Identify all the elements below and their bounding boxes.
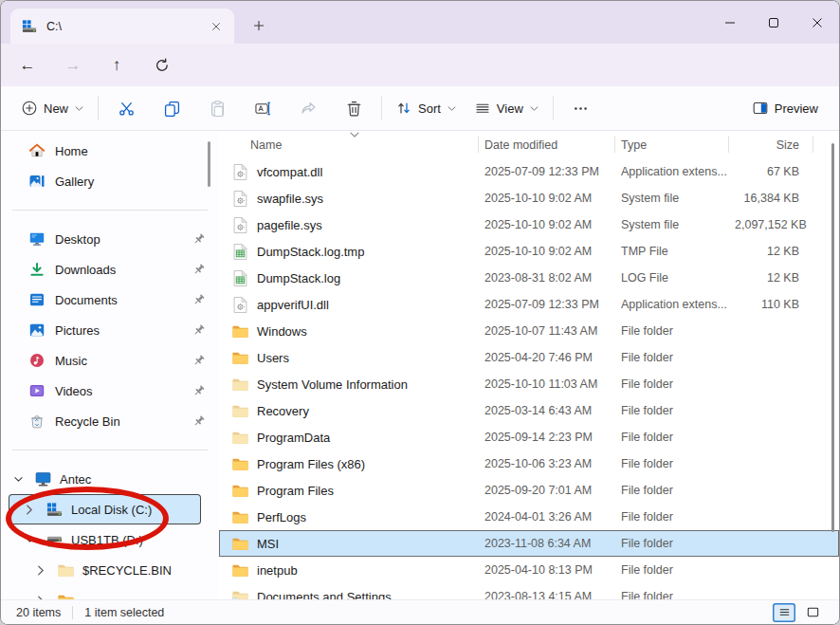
file-row-swapfile-sys[interactable]: swapfile.sys2025-10-10 9:02 AMSystem fil…	[219, 185, 839, 211]
file-row-documents-and-settings[interactable]: Documents and Settings2023-08-13 4:15 AM…	[219, 583, 839, 599]
folder-icon	[232, 350, 248, 366]
file-name-cell: Users	[232, 350, 477, 366]
file-name: Program Files (x86)	[257, 457, 365, 471]
folder-icon	[232, 536, 248, 552]
type-cell: File folder	[613, 510, 727, 524]
chevron-down-icon[interactable]	[26, 535, 34, 545]
file-row-vfcompat-dll[interactable]: vfcompat.dll2025-07-09 12:33 PMApplicati…	[219, 158, 839, 185]
refresh-button[interactable]	[146, 49, 178, 82]
sort-label: Sort	[418, 101, 441, 116]
column-divider[interactable]	[728, 136, 729, 153]
column-divider[interactable]	[614, 136, 615, 153]
tab-c-drive[interactable]: C:\	[10, 9, 234, 44]
sidebar-item-pictures[interactable]: Pictures	[7, 315, 210, 345]
sidebar-item-videos[interactable]: Videos	[7, 376, 210, 406]
column-header-type[interactable]: Type	[613, 138, 727, 152]
delete-button[interactable]	[331, 92, 376, 124]
sidebar-scrollbar[interactable]	[208, 141, 210, 187]
sort-icon	[396, 101, 411, 116]
file-name-cell: PerfLogs	[232, 509, 477, 525]
tree-item-label: $RECYCLE.BIN	[82, 563, 172, 578]
rename-button[interactable]	[240, 92, 285, 124]
view-button[interactable]: View	[466, 92, 548, 124]
pin-icon	[192, 414, 206, 429]
chevron-down-icon[interactable]	[14, 474, 23, 485]
more-options-button[interactable]	[558, 92, 604, 124]
folder-icon	[232, 323, 248, 340]
file-row-pagefile-sys[interactable]: pagefile.sys2025-10-10 9:02 AMSystem fil…	[219, 211, 839, 238]
column-header-name[interactable]: Name	[232, 138, 477, 152]
sidebar-item-desktop[interactable]: Desktop	[7, 224, 210, 254]
sidebar-item-gallery[interactable]: Gallery	[7, 166, 210, 196]
view-icon	[475, 101, 490, 116]
new-button[interactable]: New	[12, 92, 93, 124]
share-icon	[301, 101, 317, 117]
sidebar-item-recycle-bin[interactable]: Recycle Bin	[7, 406, 210, 436]
file-row-windows[interactable]: Windows2025-10-07 11:43 AMFile folder	[219, 318, 839, 344]
file-list-scrollbar[interactable]	[831, 143, 834, 532]
tree-item-local-disk-c[interactable]: Local Disk (C:)	[9, 494, 201, 524]
file-row-dumpstack-log[interactable]: DumpStack.log2023-08-31 8:02 AMLOG File1…	[219, 265, 839, 291]
chevron-right-icon[interactable]	[26, 505, 34, 515]
folder-pale-icon	[232, 430, 248, 446]
tree-item-usb1tb-d[interactable]: USB1TB (D:)	[9, 524, 201, 555]
date-modified-cell: 2025-04-20 7:46 PM	[477, 351, 613, 364]
preview-button[interactable]: Preview	[743, 92, 828, 124]
copy-button[interactable]	[149, 92, 194, 124]
file-name-cell: Program Files (x86)	[232, 456, 477, 472]
file-row-system-volume-information[interactable]: System Volume Information2025-10-10 11:0…	[219, 371, 839, 397]
date-modified-cell: 2025-10-10 9:02 AM	[477, 245, 613, 258]
up-button[interactable]: ↑	[100, 49, 133, 82]
thumbnail-view-toggle[interactable]	[801, 603, 824, 622]
sidebar-item-label: Desktop	[55, 232, 100, 247]
paste-icon	[210, 101, 226, 117]
column-divider[interactable]	[813, 136, 813, 153]
maximize-button[interactable]	[752, 1, 795, 44]
size-cell: 110 KB	[727, 298, 807, 311]
folder-pale-icon	[232, 403, 248, 419]
column-header-date-modified[interactable]: Date modified	[477, 138, 613, 152]
column-divider[interactable]	[478, 136, 479, 153]
cut-button[interactable]	[103, 92, 149, 124]
file-row-program-files[interactable]: Program Files2025-09-20 7:01 AMFile fold…	[219, 477, 839, 504]
folder-icon	[232, 456, 248, 472]
file-row-recovery[interactable]: Recovery2025-03-14 6:43 AMFile folder	[219, 397, 839, 424]
file-row-programdata[interactable]: ProgramData2025-09-14 2:23 PMFile folder	[219, 424, 839, 450]
paste-button[interactable]	[194, 92, 240, 124]
computer-icon	[35, 472, 51, 487]
date-modified-cell: 2025-10-10 11:03 AM	[477, 377, 613, 391]
date-modified-cell: 2025-10-10 9:02 AM	[477, 192, 613, 205]
file-row-msi[interactable]: MSI2023-11-08 6:34 AMFile folder	[219, 530, 839, 557]
tree-item-antec[interactable]: Antec	[9, 464, 201, 494]
share-button[interactable]	[285, 92, 331, 124]
tree-item-recycle-bin[interactable]: $RECYCLE.BIN	[9, 555, 201, 585]
sidebar-item-downloads[interactable]: Downloads	[7, 254, 210, 285]
file-row-inetpub[interactable]: inetpub2025-04-10 8:13 PMFile folder	[219, 557, 839, 583]
sort-button[interactable]: Sort	[387, 92, 466, 124]
type-cell: File folder	[613, 457, 727, 470]
minimize-button[interactable]	[708, 1, 752, 44]
sidebar-divider	[12, 210, 208, 211]
new-tab-button[interactable]	[247, 13, 271, 38]
file-row-users[interactable]: Users2025-04-20 7:46 PMFile folder	[219, 344, 839, 371]
sidebar-item-home[interactable]: Home	[7, 136, 210, 166]
file-name: System Volume Information	[257, 377, 408, 392]
forward-button[interactable]: →	[57, 49, 89, 82]
column-header-size[interactable]: Size	[727, 138, 807, 152]
file-name-cell: inetpub	[232, 562, 477, 579]
details-view-toggle[interactable]	[773, 603, 795, 622]
file-row-appverifui-dll[interactable]: appverifUI.dll2025-07-09 12:33 PMApplica…	[219, 291, 839, 318]
close-button[interactable]	[795, 1, 839, 44]
date-modified-cell: 2023-08-13 4:15 AM	[477, 590, 613, 599]
chevron-down-icon	[75, 104, 83, 113]
file-row-program-files-x86[interactable]: Program Files (x86)2025-10-06 3:23 AMFil…	[219, 450, 839, 477]
drive-icon	[46, 503, 63, 517]
back-button[interactable]: ←	[11, 49, 44, 82]
sidebar-item-music[interactable]: Music	[7, 345, 210, 376]
tab-close-button[interactable]	[206, 16, 227, 37]
tree-item-partial[interactable]	[9, 585, 201, 599]
chevron-right-icon[interactable]	[37, 565, 46, 576]
file-row-dumpstack-log-tmp[interactable]: DumpStack.log.tmp2025-10-10 9:02 AMTMP F…	[219, 238, 839, 265]
file-row-perflogs[interactable]: PerfLogs2024-04-01 3:26 AMFile folder	[219, 504, 839, 530]
sidebar-item-documents[interactable]: Documents	[7, 285, 210, 315]
